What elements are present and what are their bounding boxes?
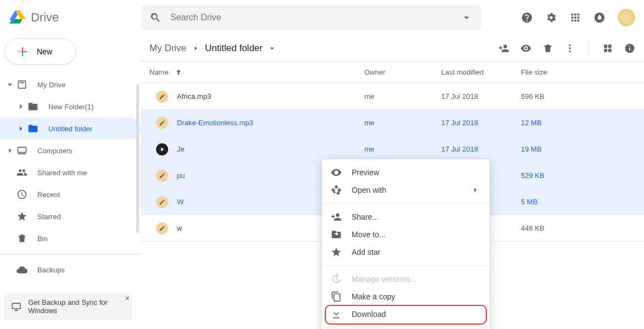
col-name-label[interactable]: Name bbox=[149, 68, 169, 76]
user-avatar[interactable] bbox=[618, 9, 635, 26]
copy-icon bbox=[331, 291, 342, 302]
sidebar-backups[interactable]: Backups bbox=[0, 259, 141, 281]
sidebar-shared[interactable]: Shared with me bbox=[0, 161, 141, 183]
download-icon bbox=[331, 309, 342, 320]
audio-file-icon bbox=[156, 117, 168, 129]
sidebar-bin[interactable]: Bin bbox=[0, 227, 141, 249]
menu-preview[interactable]: Preview bbox=[322, 164, 490, 181]
promo-text: Get Backup and Sync for Windows bbox=[28, 298, 125, 315]
add-person-icon bbox=[331, 211, 342, 222]
sidebar: New My Drive New Folder(1) Untitled fold… bbox=[0, 35, 141, 329]
file-owner: me bbox=[364, 145, 441, 153]
file-size: 5 MB bbox=[521, 198, 644, 206]
settings-icon[interactable] bbox=[545, 12, 557, 24]
file-row[interactable]: Jeme17 Jul 201819 MB bbox=[141, 136, 644, 163]
sidebar-divider bbox=[0, 254, 141, 254]
expand-icon bbox=[4, 79, 15, 90]
plus-icon bbox=[16, 45, 29, 58]
table-header: Name Owner Last modified File size bbox=[141, 62, 644, 83]
chevron-right-icon bbox=[191, 43, 201, 53]
audio-file-icon bbox=[156, 91, 168, 103]
info-icon[interactable] bbox=[624, 43, 635, 54]
video-file-icon bbox=[156, 143, 168, 155]
col-modified-label[interactable]: Last modified bbox=[441, 68, 484, 76]
sidebar-recent[interactable]: Recent bbox=[0, 183, 141, 205]
drive-icon bbox=[16, 79, 27, 90]
sidebar-my-drive[interactable]: My Drive bbox=[0, 74, 141, 96]
file-owner: me bbox=[364, 119, 441, 127]
audio-file-icon bbox=[156, 196, 168, 208]
app-header: Drive bbox=[0, 0, 644, 35]
file-size: 19 MB bbox=[521, 145, 644, 153]
scrollbar[interactable] bbox=[136, 85, 139, 233]
search-input[interactable] bbox=[162, 13, 460, 23]
menu-download[interactable]: Download bbox=[322, 305, 490, 323]
more-icon[interactable] bbox=[564, 43, 575, 54]
svg-point-2 bbox=[569, 47, 570, 49]
file-name: w bbox=[177, 224, 182, 232]
eye-icon bbox=[331, 167, 342, 178]
eye-icon[interactable] bbox=[520, 43, 531, 54]
help-icon[interactable] bbox=[521, 12, 533, 24]
breadcrumb-root[interactable]: My Drive bbox=[149, 43, 186, 54]
apps-icon[interactable] bbox=[569, 12, 581, 24]
file-row[interactable]: Drake-Emotionless.mp3me17 Jul 201812 MB bbox=[141, 110, 644, 136]
search-bar[interactable] bbox=[141, 5, 481, 30]
main-area: My Drive Untitled folder Name Owner Last… bbox=[141, 35, 644, 329]
sidebar-starred[interactable]: Starred bbox=[0, 205, 141, 227]
menu-separator bbox=[322, 203, 490, 204]
menu-separator bbox=[322, 265, 490, 266]
chevron-right-icon bbox=[15, 101, 26, 112]
header-actions bbox=[521, 9, 635, 26]
file-name: pu bbox=[177, 171, 185, 180]
move-icon bbox=[331, 229, 342, 240]
toolbar-actions bbox=[498, 42, 635, 55]
app-name: Drive bbox=[31, 10, 59, 25]
promo-banner[interactable]: Get Backup and Sync for Windows × bbox=[4, 293, 132, 320]
col-size-label[interactable]: File size bbox=[521, 68, 547, 76]
notifications-icon[interactable] bbox=[593, 12, 606, 24]
svg-point-3 bbox=[569, 51, 570, 52]
file-name: Drake-Emotionless.mp3 bbox=[177, 119, 253, 127]
breadcrumb-current[interactable]: Untitled folder bbox=[205, 43, 263, 54]
file-modified: 17 Jul 2018 bbox=[441, 145, 521, 153]
breadcrumb: My Drive Untitled folder bbox=[149, 43, 277, 54]
dropdown-icon[interactable] bbox=[460, 12, 473, 24]
sidebar-new-folder-1[interactable]: New Folder(1) bbox=[0, 96, 141, 118]
chevron-right-icon bbox=[4, 145, 15, 156]
menu-move-to[interactable]: Move to... bbox=[322, 226, 490, 243]
file-modified: 17 Jul 2018 bbox=[441, 119, 521, 127]
clock-icon bbox=[16, 189, 27, 200]
menu-open-with[interactable]: Open with bbox=[322, 181, 490, 199]
file-name: Je bbox=[177, 145, 185, 153]
file-modified: 17 Jul 2018 bbox=[441, 92, 521, 101]
folder-icon bbox=[27, 123, 38, 134]
search-icon bbox=[149, 12, 162, 24]
sidebar-untitled-folder[interactable]: Untitled folder bbox=[0, 118, 141, 140]
svg-point-1 bbox=[569, 44, 570, 46]
chevron-right-icon bbox=[470, 185, 481, 196]
people-icon bbox=[16, 167, 27, 178]
col-owner-label[interactable]: Owner bbox=[364, 68, 385, 76]
sidebar-computers[interactable]: Computers bbox=[0, 140, 141, 161]
menu-add-star[interactable]: Add star bbox=[322, 243, 490, 261]
file-row[interactable]: Africa.mp3me17 Jul 2018696 KB bbox=[141, 83, 644, 110]
sort-asc-icon[interactable] bbox=[174, 68, 183, 77]
monitor-icon bbox=[11, 300, 21, 313]
menu-share[interactable]: Share... bbox=[322, 208, 490, 226]
audio-file-icon bbox=[156, 222, 168, 235]
file-size: 696 KB bbox=[521, 92, 644, 101]
menu-make-copy[interactable]: Make a copy bbox=[322, 288, 490, 305]
file-size: 12 MB bbox=[521, 119, 644, 127]
grid-view-icon[interactable] bbox=[602, 43, 613, 54]
drive-logo[interactable]: Drive bbox=[9, 9, 141, 26]
add-person-icon[interactable] bbox=[498, 43, 509, 54]
close-icon[interactable]: × bbox=[125, 294, 130, 303]
menu-separator bbox=[322, 327, 490, 328]
star-icon bbox=[16, 211, 27, 222]
dropdown-icon[interactable] bbox=[267, 43, 277, 53]
file-name: W bbox=[177, 198, 184, 206]
trash-icon[interactable] bbox=[542, 43, 553, 54]
audio-file-icon bbox=[156, 170, 168, 182]
new-button[interactable]: New bbox=[4, 38, 76, 65]
